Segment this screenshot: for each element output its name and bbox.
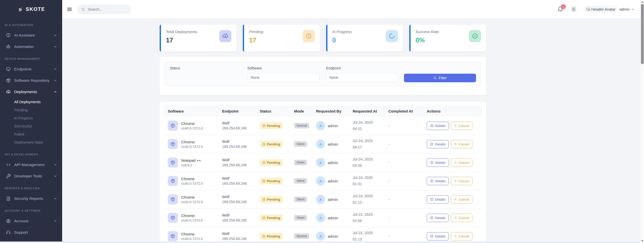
sidebar-item-deployments[interactable]: Deployments — [0, 86, 62, 97]
package-icon — [168, 194, 178, 204]
sidebar-item-label: Automation — [14, 44, 34, 49]
details-button[interactable]: Details — [427, 214, 449, 222]
clock-icon — [262, 179, 266, 183]
endpoint-name: Wolf — [222, 140, 260, 144]
sidebar-item-automation[interactable]: Automation — [0, 41, 62, 52]
requested-date: Jul 24, 2025 — [353, 156, 388, 163]
sidebar-item-support[interactable]: Support — [0, 227, 62, 238]
vertical-scrollbar[interactable] — [640, 0, 644, 243]
sidebar-item-label: AI Assistant — [14, 33, 35, 38]
scrollbar-thumb[interactable] — [641, 4, 644, 64]
avatar: A — [316, 140, 325, 149]
brain-icon — [6, 33, 11, 38]
x-icon — [454, 143, 457, 146]
sidebar-subitem-failed[interactable]: Failed — [0, 130, 62, 138]
requested-time: 04:17 — [353, 144, 388, 150]
package-icon — [168, 139, 178, 149]
info-icon — [430, 124, 434, 127]
user-menu[interactable]: Header Avatar admin — [584, 6, 634, 13]
details-button[interactable]: Details — [427, 232, 449, 240]
requested-by-cell: A admin — [316, 176, 353, 185]
table-row: Chrome v140.0.7272.0 Wolf 169.254.69.246… — [164, 227, 482, 243]
sidebar-item-endpoints[interactable]: Endpoints — [0, 63, 62, 75]
sidebar-item-account[interactable]: Account — [0, 215, 62, 227]
completed-at-cell: - — [388, 234, 427, 238]
sidebar-subitem-in-progress[interactable]: In Progress — [0, 114, 62, 122]
software-filter-select[interactable]: None — [247, 73, 320, 82]
sun-icon — [571, 6, 577, 12]
software-version: v140.0.7272.0 — [181, 200, 203, 204]
mode-badge: Normal — [294, 233, 309, 239]
details-button[interactable]: Details — [427, 158, 449, 167]
actions-cell: Details Cancel — [427, 122, 482, 130]
sidebar-item-label: Support — [14, 230, 28, 235]
filter-software-group: Software None — [247, 66, 320, 82]
chevron-down-icon — [54, 45, 57, 48]
status-badge: Pending — [260, 233, 283, 240]
cancel-button[interactable]: Cancel — [451, 177, 472, 185]
requested-by-cell: A admin — [316, 140, 353, 149]
sidebar-toggle-button[interactable] — [66, 6, 73, 12]
sidebar-section-api-development: API & DEVELOPMENT — [0, 148, 62, 159]
sidebar-item-ai-assistant[interactable]: AI Assistant — [0, 30, 62, 41]
sidebar-item-security-reports[interactable]: Security Reports — [0, 193, 62, 204]
requested-date: Jul 24, 2025 — [353, 119, 388, 126]
theme-toggle-button[interactable] — [571, 6, 577, 12]
filter-status-group: Status — [170, 66, 247, 70]
mode-cell: Normal — [294, 233, 316, 239]
horizontal-scrollbar[interactable] — [0, 241, 640, 243]
filter-button[interactable]: Filter — [404, 74, 476, 82]
sidebar-item-developer-tools[interactable]: Developer Tools — [0, 170, 62, 182]
brand-logo[interactable]: SKOTE — [0, 0, 62, 18]
cancel-button[interactable]: Cancel — [451, 232, 472, 240]
cancel-button[interactable]: Cancel — [451, 140, 472, 148]
deployments-table: Software Endpoint Status Mode Requested … — [160, 102, 486, 243]
sidebar-subitem-successful[interactable]: Successful — [0, 122, 62, 130]
clock-icon — [262, 124, 266, 127]
stats-row: Total Deployments 17 Pending 17 In Progr… — [160, 25, 486, 51]
endpoint-filter-select[interactable]: None — [326, 73, 398, 82]
scrollbar-up-arrow[interactable] — [641, 1, 643, 3]
sidebar-item-software-repository[interactable]: Software Repository — [0, 75, 62, 86]
notifications-button[interactable]: 3 — [557, 6, 563, 12]
sidebar-subitem-pending[interactable]: Pending — [0, 106, 62, 114]
requested-by-name: admin — [328, 142, 338, 146]
sidebar-item-label: Developer Tools — [14, 174, 42, 178]
requested-date: Jul 24, 2025 — [353, 138, 388, 144]
clock-icon — [262, 235, 266, 238]
requested-by-name: admin — [328, 197, 338, 202]
endpoint-name: Wolf — [222, 176, 260, 180]
search-input[interactable] — [88, 7, 126, 11]
sidebar-subitem-deployment-stats[interactable]: Deployment Stats — [0, 138, 62, 146]
requested-at-cell: Jul 24, 2025 04:17 — [353, 138, 388, 151]
search-icon — [433, 76, 437, 80]
details-button[interactable]: Details — [427, 177, 449, 185]
brand-name: SKOTE — [26, 6, 45, 12]
endpoint-cell: Wolf 169.254.69.246 — [222, 121, 260, 130]
cancel-button[interactable]: Cancel — [451, 122, 472, 130]
mode-cell: Silent — [294, 160, 316, 165]
endpoint-cell: Wolf 169.254.69.246 — [222, 140, 260, 149]
cancel-button[interactable]: Cancel — [451, 195, 472, 204]
requested-at-cell: Jul 24, 2025 04:22 — [353, 119, 388, 132]
requested-time: 01:12 — [353, 199, 388, 206]
scrollbar-down-arrow[interactable] — [641, 240, 643, 242]
sidebar-subitem-all-deployments[interactable]: All Deployments — [0, 98, 62, 106]
app-root: SKOTE AI & AUTOMATION AI Assistant Autom… — [0, 0, 644, 243]
details-button[interactable]: Details — [427, 140, 449, 148]
software-cell: Chrome v140.0.7272.0 — [168, 213, 222, 223]
mode-badge: Silent — [294, 215, 307, 221]
details-button[interactable]: Details — [427, 195, 449, 204]
cancel-button[interactable]: Cancel — [451, 158, 472, 167]
mode-cell: Silent — [294, 215, 316, 221]
requested-date: Jul 24, 2025 — [353, 193, 388, 199]
info-icon — [430, 142, 434, 146]
details-button[interactable]: Details — [427, 122, 449, 130]
sidebar-item-api-management[interactable]: API Management — [0, 159, 62, 170]
package-icon — [168, 176, 178, 186]
completed-at-cell: - — [388, 160, 427, 165]
mode-badge: Silent — [294, 197, 307, 202]
headset-icon — [6, 230, 11, 235]
notification-badge: 3 — [561, 4, 566, 9]
cancel-button[interactable]: Cancel — [451, 214, 472, 222]
